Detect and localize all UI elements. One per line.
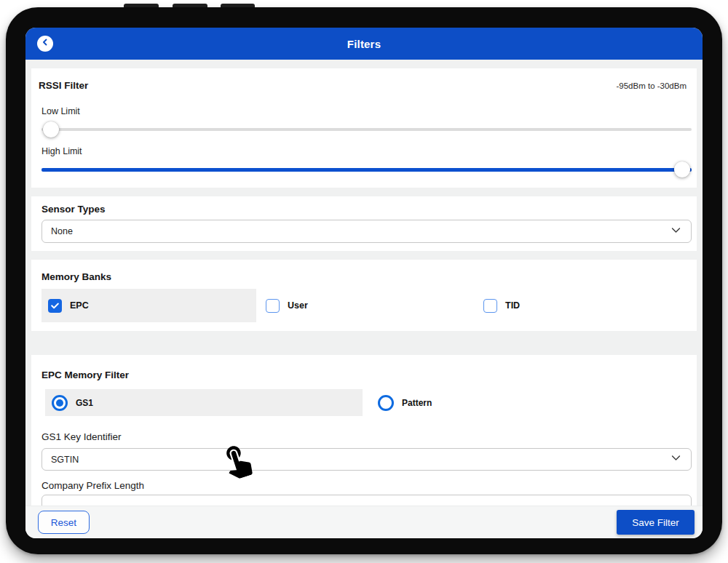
save-filter-button[interactable]: Save Filter (617, 510, 695, 535)
epc-memory-filter-card: EPC Memory Filter GS1 Pattern GS1 Key Id… (31, 355, 697, 506)
footer-bar: Reset Save Filter (25, 506, 703, 538)
epc-memory-filter-title: EPC Memory Filter (41, 370, 129, 380)
memory-banks-row: EPC User TID (41, 289, 692, 322)
chevron-left-icon (40, 37, 50, 50)
radio-gs1-label: GS1 (76, 398, 93, 408)
gs1-key-identifier-label: GS1 Key Identifier (41, 431, 122, 442)
checkbox-user-label: User (288, 300, 308, 311)
checkbox-unchecked-icon[interactable] (483, 299, 497, 313)
checkbox-epc[interactable]: EPC (41, 289, 256, 322)
tablet-bezel: Filters RSSI Filter -95dBm to -30dBm Low… (6, 7, 722, 554)
page-title: Filters (347, 38, 381, 50)
checkbox-epc-label: EPC (70, 300, 89, 311)
high-limit-slider-thumb[interactable] (674, 161, 690, 177)
high-limit-label: High Limit (41, 146, 82, 156)
rssi-range-label: -95dBm to -30dBm (616, 81, 687, 90)
company-prefix-length-label: Company Prefix Length (41, 480, 144, 491)
sensor-types-title: Sensor Types (41, 204, 106, 215)
back-button[interactable] (37, 36, 53, 52)
gs1-key-identifier-value: SGTIN (51, 455, 670, 465)
radio-pattern[interactable]: Pattern (371, 389, 432, 416)
memory-banks-card: Memory Banks EPC User TID (31, 260, 697, 331)
checkbox-tid[interactable]: TID (477, 289, 692, 322)
header-bar: Filters (25, 28, 703, 60)
checkbox-checked-icon[interactable] (48, 299, 62, 313)
low-limit-slider[interactable] (41, 121, 692, 137)
radio-selected-icon[interactable] (52, 395, 68, 411)
sensor-types-value: None (51, 226, 670, 236)
app-screen: Filters RSSI Filter -95dBm to -30dBm Low… (25, 28, 703, 538)
radio-pattern-label: Pattern (402, 398, 432, 408)
low-limit-slider-thumb[interactable] (43, 121, 59, 137)
low-limit-label: Low Limit (41, 106, 80, 116)
reset-button[interactable]: Reset (38, 511, 90, 534)
rssi-filter-card: RSSI Filter -95dBm to -30dBm Low Limit H… (31, 68, 697, 188)
radio-unselected-icon[interactable] (378, 395, 394, 411)
sensor-types-card: Sensor Types None (31, 196, 697, 251)
checkbox-unchecked-icon[interactable] (266, 299, 280, 313)
sensor-types-select[interactable]: None (41, 220, 692, 243)
slider-track-filled[interactable] (41, 168, 692, 172)
tablet-mockup: Filters RSSI Filter -95dBm to -30dBm Low… (0, 0, 728, 563)
rssi-filter-title: RSSI Filter (39, 80, 88, 91)
checkbox-tid-label: TID (505, 300, 520, 311)
slider-track[interactable] (41, 128, 692, 131)
checkbox-user[interactable]: User (259, 289, 474, 322)
company-prefix-length-input[interactable] (41, 495, 692, 506)
high-limit-slider[interactable] (41, 161, 692, 177)
chevron-down-icon (670, 452, 682, 467)
chevron-down-icon (670, 224, 682, 239)
radio-gs1[interactable]: GS1 (45, 389, 363, 416)
memory-banks-title: Memory Banks (41, 271, 111, 282)
gs1-key-identifier-select[interactable]: SGTIN (41, 448, 692, 471)
